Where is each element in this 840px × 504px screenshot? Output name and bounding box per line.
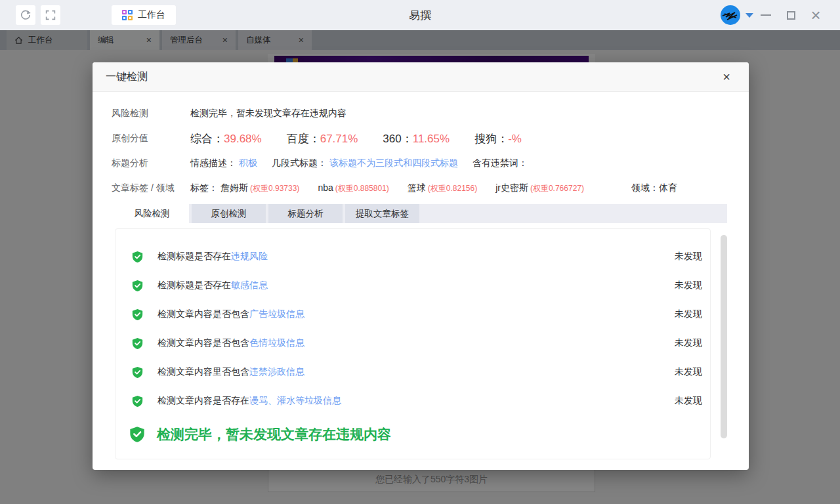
refresh-icon [20, 9, 32, 21]
score-item: 搜狗：-% [474, 131, 522, 146]
sentiment-label: 情感描述： [190, 158, 236, 169]
summary-row: 检测完毕，暂未发现文章存在违规内容 [116, 419, 710, 450]
check-link[interactable]: 广告垃圾信息 [249, 308, 304, 319]
score-key: 综合： [190, 133, 224, 145]
tag-name: 詹姆斯 [220, 182, 248, 193]
tag-item: 詹姆斯(权重0.93733) [220, 182, 299, 194]
check-text: 检测标题是否存在敏感信息 [158, 280, 268, 291]
check-link[interactable]: 违禁涉政信息 [249, 366, 304, 377]
shield-check-icon [132, 280, 143, 292]
risk-value: 检测完毕，暂未发现文章存在违规内容 [190, 108, 346, 119]
tag-name: jr史密斯 [495, 182, 528, 193]
check-status: 未发现 [675, 308, 702, 320]
shield-check-icon [129, 426, 145, 443]
tags-label: 文章标签 / 领域 [112, 182, 190, 194]
scrollbar-thumb[interactable] [721, 235, 727, 438]
modal-tab-original[interactable]: 原创检测 [192, 204, 266, 223]
avatar-scribble [721, 5, 740, 25]
modal-summary-section: 风险检测 检测完毕，暂未发现文章存在违规内容 原创分值 综合：39.68% 百度… [93, 92, 749, 201]
tag-item: nba(权重0.885801) [318, 182, 388, 194]
score-key: 搜狗： [474, 133, 508, 145]
score-label: 原创分值 [112, 133, 190, 144]
avatar[interactable] [721, 5, 740, 25]
check-prefix: 检测文章内容是否包含 [158, 308, 249, 319]
refresh-button[interactable] [16, 5, 35, 25]
check-status: 未发现 [675, 395, 702, 407]
modal-tab-extract[interactable]: 提取文章标签 [345, 204, 419, 223]
score-value: 39.68% [224, 133, 262, 145]
structure-label: 几段式标题： [272, 158, 327, 169]
tag-item: 篮球(权重0.82156) [408, 182, 477, 194]
check-row: 检测文章内容是否包含色情垃圾信息 未发现 [116, 329, 710, 358]
check-row: 检测标题是否存在违规风险 未发现 [116, 242, 710, 271]
sentiment-value: 积极 [239, 158, 257, 169]
check-prefix: 检测文章内容是否包含 [158, 337, 249, 348]
score-key: 360： [383, 133, 412, 145]
modal-tab-title[interactable]: 标题分析 [268, 204, 343, 223]
check-status: 未发现 [675, 251, 702, 262]
shield-check-icon [132, 366, 143, 379]
domain-value: 领域：体育 [631, 182, 677, 194]
structure-value: 该标题不为三段式和四段式标题 [329, 158, 458, 169]
title-analysis-label: 标题分析 [112, 158, 190, 169]
check-text: 检测文章内容是否存在谩骂、灌水等垃圾信息 [158, 395, 341, 407]
grid-icon [122, 10, 133, 20]
app-window: 工作台 易撰 × 工作台 编辑 [0, 0, 840, 504]
detection-modal: 一键检测 × 风险检测 检测完毕，暂未发现文章存在违规内容 原创分值 综合：39… [93, 62, 749, 470]
shield-check-icon [132, 395, 143, 408]
fullscreen-button[interactable] [41, 5, 60, 25]
modal-close-icon[interactable]: × [723, 70, 730, 83]
check-link[interactable]: 违规风险 [231, 251, 268, 261]
check-prefix: 检测标题是否存在 [158, 251, 231, 261]
risk-row: 风险检测 检测完毕，暂未发现文章存在违规内容 [112, 101, 749, 126]
score-value: -% [508, 133, 522, 145]
check-row: 检测文章内容里否包含违禁涉政信息 未发现 [116, 358, 710, 387]
modal-tab-bar: 风险检测 原创检测 标题分析 提取文章标签 [115, 204, 727, 223]
titlebar-left: 工作台 [16, 5, 176, 25]
modal-tab-risk[interactable]: 风险检测 [115, 204, 189, 223]
score-row: 原创分值 综合：39.68% 百度：67.71% 360：11.65% 搜狗：-… [112, 126, 749, 151]
score-value: 11.65% [413, 133, 450, 145]
tag-name: 篮球 [408, 182, 426, 193]
check-status: 未发现 [675, 280, 702, 291]
titlebar-right: × [721, 4, 828, 26]
check-row: 检测标题是否存在敏感信息 未发现 [116, 271, 710, 300]
maximize-button[interactable] [778, 4, 803, 26]
tag-weight: (权重0.885801) [335, 184, 389, 193]
check-prefix: 检测文章内容里否包含 [158, 366, 249, 377]
fullscreen-icon [45, 10, 56, 20]
score-item: 360：11.65% [383, 131, 450, 146]
modal-title: 一键检测 [106, 70, 148, 84]
shield-check-icon [132, 308, 143, 321]
tag-list-label: 标签： [190, 182, 218, 194]
check-row: 检测文章内容是否包含广告垃圾信息 未发现 [116, 300, 710, 329]
banned-words-label: 含有违禁词： [472, 158, 528, 169]
score-key: 百度： [287, 133, 320, 145]
score-value: 67.71% [320, 133, 358, 145]
score-item: 百度：67.71% [287, 131, 358, 146]
check-text: 检测标题是否存在违规风险 [158, 251, 268, 262]
summary-text: 检测完毕，暂未发现文章存在违规内容 [157, 425, 391, 444]
window-close-button[interactable]: × [803, 4, 828, 26]
check-status: 未发现 [675, 366, 702, 378]
check-prefix: 检测文章内容是否存在 [158, 395, 249, 406]
workspace-button[interactable]: 工作台 [112, 5, 176, 25]
check-status: 未发现 [675, 337, 702, 349]
check-prefix: 检测标题是否存在 [158, 280, 231, 290]
check-text: 检测文章内容是否包含色情垃圾信息 [158, 337, 304, 349]
title-analysis-row: 标题分析 情感描述： 积极 几段式标题： 该标题不为三段式和四段式标题 含有违禁… [112, 151, 749, 176]
check-link[interactable]: 色情垃圾信息 [249, 337, 304, 348]
content-area: 工作台 编辑 × 管理后台 × 自媒体 × 您已经输入了550字 [0, 30, 840, 504]
shield-check-icon [132, 337, 143, 350]
check-row: 检测文章内容是否存在谩骂、灌水等垃圾信息 未发现 [116, 387, 710, 415]
check-link[interactable]: 谩骂、灌水等垃圾信息 [249, 395, 341, 406]
chevron-down-icon[interactable] [746, 13, 753, 18]
tag-item: jr史密斯(权重0.766727) [495, 182, 584, 194]
check-link[interactable]: 敏感信息 [231, 280, 268, 290]
shield-check-icon [132, 251, 143, 263]
check-text: 检测文章内容里否包含违禁涉政信息 [158, 366, 304, 378]
tag-weight: (权重0.93733) [250, 184, 299, 193]
minimize-button[interactable] [753, 4, 778, 26]
tag-weight: (权重0.82156) [428, 184, 477, 193]
risk-label: 风险检测 [112, 108, 190, 119]
